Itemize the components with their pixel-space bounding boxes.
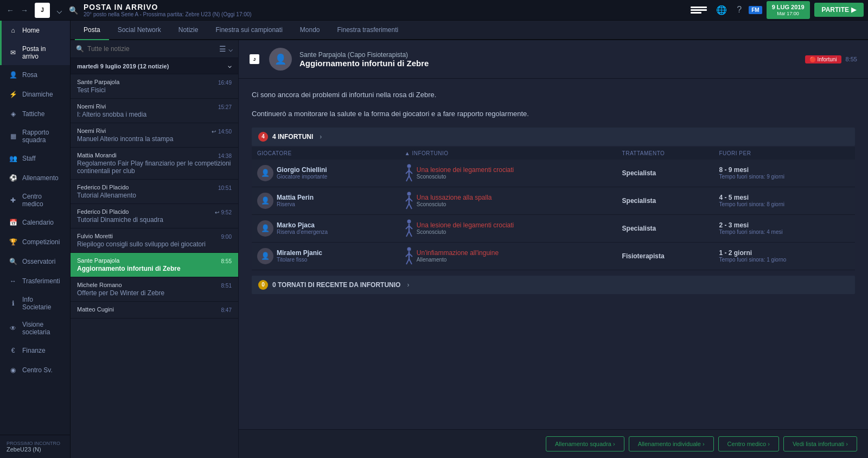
sidebar-label-calendario: Calendario: [22, 219, 54, 226]
sidebar-item-competizioni[interactable]: 🏆 Competizioni: [0, 232, 70, 252]
sidebar-item-allenamento[interactable]: ⚽ Allenamento: [0, 168, 70, 188]
msg-subject-4: Tutorial Allenamento: [77, 192, 232, 199]
reply-icon-5: ↩: [215, 209, 219, 215]
sidebar-item-rapporto[interactable]: ▦ Rapporto squadra: [0, 124, 70, 149]
sidebar-item-tattiche[interactable]: ◈ Tattiche: [0, 104, 70, 124]
tab-trasferimenti[interactable]: Finestra trasferimenti: [329, 21, 407, 40]
msg-item-0[interactable]: Sante Parpajola 16:49 Test Fisici: [71, 74, 238, 99]
sidebar-item-posta[interactable]: ✉ Posta in arrivo: [0, 40, 70, 65]
sidebar-label-dinamiche: Dinamiche: [22, 91, 53, 98]
injury-toggle[interactable]: 4 4 INFORTUNI ›: [252, 128, 855, 146]
injury-section: 4 4 INFORTUNI › GIOCATORE ▲ INFORTUNIO T…: [252, 128, 855, 270]
sidebar-item-trasferimenti[interactable]: ↔ Trasferimenti: [0, 271, 70, 291]
main-content: Posta Social Network Notizie Finestra su…: [71, 21, 868, 458]
svg-point-12: [407, 219, 411, 223]
table-row-3[interactable]: 👤 Miralem Pjanic Titolare fisso: [252, 242, 855, 270]
tattiche-icon: ◈: [8, 109, 18, 119]
msg-detail-header: J 👤 Sante Parpajola (Capo Fisioterapista…: [239, 40, 868, 79]
player-avatar-0: 👤: [257, 165, 273, 181]
filter-button[interactable]: ☰ ⌵: [219, 44, 233, 53]
returned-label: 0 TORNATI DI RECENTE DA INFORTUNIO: [272, 281, 400, 289]
sidebar-item-staff[interactable]: 👥 Staff: [0, 149, 70, 168]
juve-badge: J: [250, 54, 259, 64]
msg-item-2[interactable]: Noemi Rivi ↩ 14:50 Manuel Alterio incont…: [71, 123, 238, 148]
back-button[interactable]: ←: [4, 5, 16, 16]
btn-allenamento-individuale[interactable]: Allenamento individuale ›: [629, 436, 714, 451]
date-group-header[interactable]: martedì 9 luglio 2019 (12 notizie) ⌵: [71, 58, 238, 74]
allenamento-icon: ⚽: [8, 173, 18, 183]
sidebar-item-info[interactable]: ℹ Info Societarie: [0, 291, 70, 316]
btn-centro-medico[interactable]: Centro medico ›: [718, 436, 779, 451]
sidebar-item-finanze[interactable]: € Finanze: [0, 341, 70, 360]
tab-posta[interactable]: Posta: [75, 21, 109, 40]
msg-subject-0: Test Fisici: [77, 86, 232, 94]
globe-icon[interactable]: 🌐: [713, 4, 730, 16]
msg-time-6: 9:00: [221, 234, 232, 240]
msg-subject-5: Tutorial Dinamiche di squadra: [77, 216, 232, 224]
msg-item-9[interactable]: Matteo Cugini 8:47: [71, 302, 238, 319]
msg-time-5: 9:52: [221, 209, 232, 215]
svg-point-18: [407, 247, 411, 251]
msg-item-3[interactable]: Mattia Morandi 14:38 Regolamento Fair Pl…: [71, 148, 238, 180]
sidebar-item-calendario[interactable]: 📅 Calendario: [0, 213, 70, 232]
msg-item-5[interactable]: Federico Di Placido ↩ 9:52 Tutorial Dina…: [71, 204, 238, 228]
dropdown-btn[interactable]: ⌵: [54, 3, 65, 17]
top-bar: ← → J ⌵ 🔍 POSTA IN ARRIVO 20° posto nell…: [0, 0, 868, 21]
msg-item-7[interactable]: Sante Parpajola 8:55 Aggiornamento infor…: [71, 253, 238, 277]
sidebar-item-dinamiche[interactable]: ⚡ Dinamiche: [0, 85, 70, 104]
btn-allenamento-squadra[interactable]: Allenamento squadra ›: [546, 436, 624, 451]
sidebar: ⌂ Home ✉ Posta in arrivo 👤 Rosa ⚡ Dinami…: [0, 21, 71, 458]
sidebar-item-home[interactable]: ⌂ Home: [0, 21, 70, 40]
player-avatar-2: 👤: [257, 220, 273, 237]
body-text-1: Ci sono ancora dei problemi di infortuni…: [252, 90, 855, 101]
msg-item-1[interactable]: Noemi Rivi 15:27 I: Alterio snobba i med…: [71, 99, 238, 123]
injury-figure-2: [405, 219, 413, 238]
msg-time-7: 8:55: [221, 258, 232, 264]
info-icon: ℹ: [8, 298, 18, 308]
sidebar-item-centro[interactable]: ✚ Centro medico: [0, 188, 70, 213]
player-role-0: Giocatore importante: [277, 174, 327, 180]
player-avatar-3: 👤: [257, 248, 273, 264]
injury-cause-2: Sconosciuto: [417, 229, 514, 235]
msg-item-6[interactable]: Fulvio Moretti 9:00 Riepilogo consigli s…: [71, 228, 238, 253]
sidebar-item-centrosv[interactable]: ◉ Centro Sv.: [0, 360, 70, 380]
msg-subject-6: Riepilogo consigli sullo sviluppo dei gi…: [77, 240, 232, 248]
tab-finestra[interactable]: Finestra sui campionati: [207, 21, 291, 40]
injury-table: GIOCATORE ▲ INFORTUNIO TRATTAMENTO FUORI…: [252, 147, 855, 270]
tab-notizie[interactable]: Notizie: [170, 21, 207, 40]
injury-name-0: Una lesione dei legamenti crociati: [417, 166, 514, 174]
msg-sender-8: Michele Romano: [77, 282, 122, 288]
tab-social[interactable]: Social Network: [109, 21, 170, 40]
sidebar-label-centrosv: Centro Sv.: [22, 366, 53, 374]
help-icon[interactable]: ?: [734, 4, 744, 16]
visione-icon: 👁: [8, 323, 18, 333]
btn-vedi-lista[interactable]: Vedi lista infortunati ›: [783, 436, 857, 451]
sidebar-item-osservatori[interactable]: 🔍 Osservatori: [0, 252, 70, 271]
msg-item-4[interactable]: Federico Di Placido 10:51 Tutorial Allen…: [71, 180, 238, 204]
sidebar-item-visione[interactable]: 👁 Visione societaria: [0, 316, 70, 341]
out-time-1: Tempo fuori sinora: 8 giorni: [719, 201, 850, 207]
treatment-3: Fisioterapista: [622, 252, 665, 260]
treatment-0: Specialista: [622, 169, 656, 177]
progress-bar-2: [691, 9, 707, 11]
prossimo-label: PROSSIMO INCONTRO: [7, 441, 63, 446]
partite-button[interactable]: PARTITE ▶: [814, 3, 864, 17]
sidebar-item-rosa[interactable]: 👤 Rosa: [0, 65, 70, 85]
returned-section[interactable]: 0 0 TORNATI DI RECENTE DA INFORTUNIO ›: [252, 276, 855, 294]
calendario-icon: 📅: [8, 218, 18, 227]
date-group-chevron: ⌵: [228, 62, 232, 69]
msg-item-8[interactable]: Michele Romano 8:51 Offerte per De Winte…: [71, 277, 238, 302]
staff-icon: 👥: [8, 154, 18, 163]
table-row-2[interactable]: 👤 Marko Pjaca Riserva d'emergenza: [252, 214, 855, 242]
injury-count-badge: 4: [258, 132, 268, 142]
progress-bars: [691, 7, 707, 14]
sidebar-label-centro: Centro medico: [22, 193, 63, 208]
progress-bar-3: [691, 12, 701, 14]
injury-figure-3: [405, 247, 413, 265]
forward-button[interactable]: →: [18, 5, 30, 16]
table-row-0[interactable]: 👤 Giorgio Chiellini Giocatore importante: [252, 160, 855, 187]
search-input[interactable]: [87, 45, 216, 53]
tab-mondo[interactable]: Mondo: [291, 21, 329, 40]
out-duration-1: 4 - 5 mesi: [719, 194, 850, 201]
table-row-1[interactable]: 👤 Mattia Perin Riserva: [252, 187, 855, 214]
